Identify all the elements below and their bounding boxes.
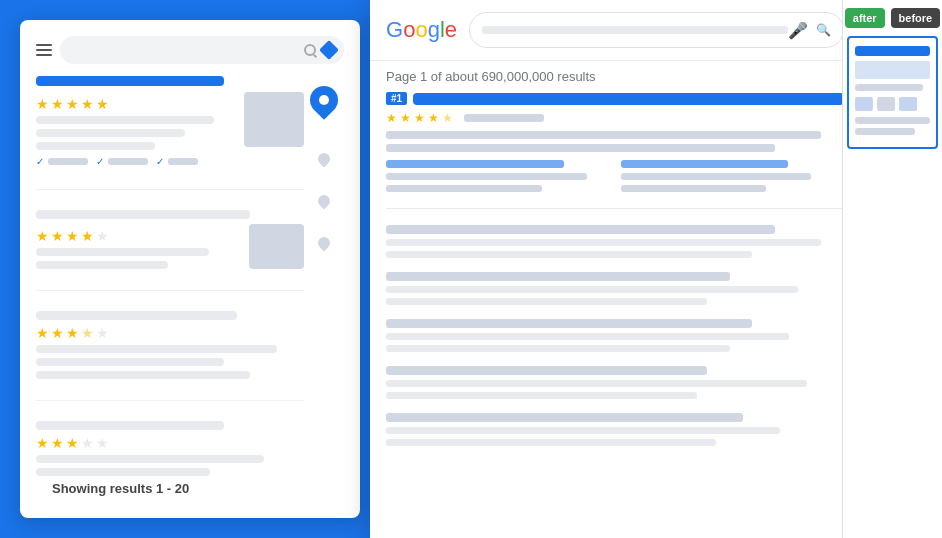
result-image: [249, 224, 304, 269]
ad-indicator: #1: [386, 92, 844, 105]
google-header: Google 🎤 🔍: [370, 0, 860, 61]
result-text: ★ ★ ★ ★ ★: [36, 224, 239, 274]
star-rating: ★ ★ ★ ★ ★: [36, 228, 239, 244]
result-content: ★ ★ ★ ★ ★: [36, 224, 304, 274]
list-item[interactable]: ★ ★ ★ ★ ★: [36, 311, 304, 401]
main-container: ★ ★ ★ ★ ★ ✓: [0, 0, 942, 538]
maps-icon: [319, 40, 339, 60]
left-panel: ★ ★ ★ ★ ★ ✓: [20, 20, 360, 518]
search-icon: 🔍: [816, 23, 831, 37]
star-rating: ★ ★ ★ ★ ★: [36, 96, 234, 112]
button-row: after before: [843, 0, 942, 36]
results-area: ★ ★ ★ ★ ★ ✓: [36, 76, 344, 517]
preview-squares: [855, 97, 930, 111]
left-search-bar[interactable]: [60, 36, 344, 64]
list-item[interactable]: ★ ★ ★ ★ ★: [36, 210, 304, 291]
results-list: ★ ★ ★ ★ ★ ✓: [36, 76, 304, 517]
ad-badge: #1: [386, 92, 407, 105]
google-logo: Google: [386, 17, 457, 43]
star-rating: ★ ★ ★ ★ ★: [36, 435, 304, 451]
organic-result[interactable]: [386, 366, 844, 399]
showing-results-text: Showing results 1 - 20: [52, 481, 189, 496]
before-button[interactable]: before: [891, 8, 941, 28]
organic-result[interactable]: [386, 413, 844, 446]
result-image: [244, 92, 304, 147]
result-content: ★ ★ ★ ★ ★ ✓: [36, 92, 304, 173]
map-pin-small: [316, 235, 333, 252]
mic-icon: 🎤: [788, 21, 808, 40]
after-button[interactable]: after: [845, 8, 885, 28]
pin-column: [304, 76, 344, 517]
search-icon: [304, 44, 316, 56]
search-results: #1 ★ ★ ★ ★ ★: [370, 92, 860, 446]
first-result[interactable]: #1 ★ ★ ★ ★ ★: [386, 92, 844, 209]
left-top-bar: [36, 36, 344, 64]
organic-result[interactable]: [386, 225, 844, 258]
map-pin-main: [310, 86, 338, 118]
map-pin-small: [316, 193, 333, 210]
preview-title-bar: [855, 46, 930, 56]
organic-result[interactable]: [386, 272, 844, 305]
check-row: ✓ ✓ ✓: [36, 156, 234, 167]
google-search-panel: Google 🎤 🔍 Page 1 of about 690,000,000 r…: [370, 0, 860, 538]
result-sub-cols: [386, 160, 844, 192]
map-pin-small: [316, 151, 333, 168]
organic-result[interactable]: [386, 319, 844, 352]
right-preview-card: [847, 36, 938, 149]
result-text: ★ ★ ★ ★ ★ ✓: [36, 92, 234, 173]
google-search-input[interactable]: 🎤 🔍: [469, 12, 844, 48]
right-panel: after before: [842, 0, 942, 538]
results-count: Page 1 of about 690,000,000 results: [370, 61, 860, 92]
hamburger-icon[interactable]: [36, 44, 52, 56]
list-item[interactable]: ★ ★ ★ ★ ★ ✓: [36, 76, 304, 190]
first-result-stars: ★ ★ ★ ★ ★: [386, 111, 844, 125]
star-rating: ★ ★ ★ ★ ★: [36, 325, 304, 341]
result-title-bar: [36, 76, 224, 86]
